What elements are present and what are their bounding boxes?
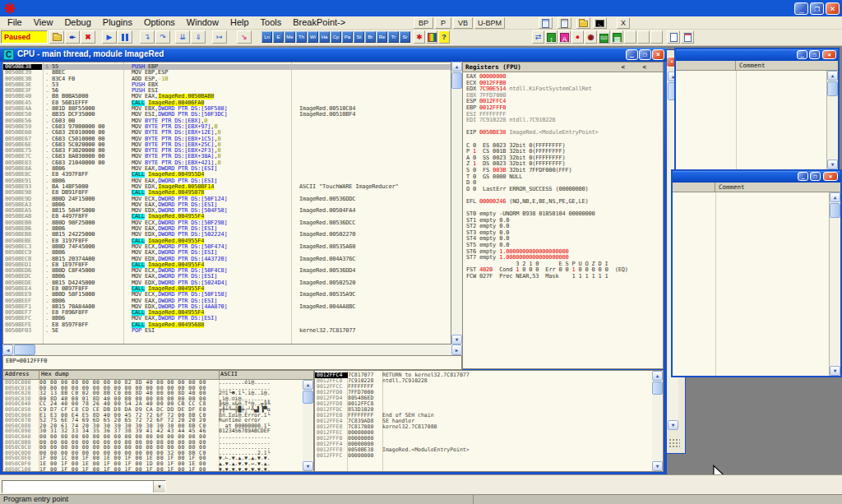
menu-item-debug[interactable]: Debug [58, 16, 96, 28]
blank-button-2[interactable] [637, 30, 650, 44]
toolbar-letter-button-cp[interactable]: Cp [331, 31, 341, 43]
binary-button[interactable]: 010 [598, 30, 610, 44]
disasm-row[interactable]: 0050BE4A.8B1D 88F55000MOV EBX,DWORD PTR … [3, 106, 451, 112]
disasm-row[interactable]: 0050BED6.8B0D C8F45000MOV ECX,DWORD PTR … [3, 268, 451, 274]
close-button[interactable]: × [822, 50, 836, 59]
appearance-button[interactable] [426, 30, 437, 44]
registers-prev2-icon[interactable]: < [642, 63, 646, 71]
scroll-thumb[interactable] [830, 203, 840, 218]
comment-window-top-titlebar[interactable]: _ ❐ × [676, 49, 838, 61]
scroll-thumb[interactable] [652, 381, 663, 395]
maximize-button[interactable]: ❐ [809, 50, 820, 59]
open-folder-button[interactable] [576, 17, 590, 29]
register-line[interactable]: T 0 GS 0000 NULL [466, 174, 661, 181]
toolbar-letter-button-sr[interactable]: Sr [400, 31, 410, 43]
disasm-row[interactable]: 0050BE83.C683 21040000 00MOV BYTE PTR DS… [3, 160, 451, 166]
scrollbar[interactable]: ▲ ▼ [830, 192, 840, 376]
blank-button-1[interactable] [624, 30, 636, 44]
scroll-up-button[interactable]: ▲ [303, 380, 313, 390]
scroll-down-button[interactable]: ▼ [652, 461, 663, 471]
register-line[interactable]: FCW 027F Prec NEAR,53 Mask 1 1 1 1 1 1 [466, 274, 661, 280]
disasm-row[interactable]: 0050BEA5.8B15 584F5000MOV EDX,DWORD PTR … [3, 208, 451, 214]
cpu-minimize-button[interactable]: _ [626, 49, 638, 60]
minimize-button[interactable]: _ [798, 172, 808, 181]
cpu-maximize-button[interactable]: ❐ [639, 49, 651, 60]
scroll-down-button[interactable]: ▼ [827, 160, 838, 169]
scroll-down-button[interactable]: ▼ [303, 461, 313, 471]
scroll-left-button[interactable]: ◀ [2, 344, 13, 355]
register-line[interactable]: EDI 7C910228 ntdll.7C910228 [466, 118, 661, 124]
scroll-thumb[interactable] [14, 344, 35, 355]
toolbar-letter-button-pa[interactable]: Pa [342, 31, 353, 43]
column-comment[interactable]: Comment [739, 62, 766, 69]
disasm-row[interactable]: 0050BE59.C683 97000000 00MOV BYTE PTR DS… [3, 124, 451, 130]
console-button[interactable]: ›_ [593, 17, 607, 29]
step-over-button[interactable]: ↷ [155, 30, 170, 44]
blank-button-3[interactable] [650, 30, 663, 44]
disasm-row[interactable]: 0050BEB0.8B0D 98F25000MOV ECX,DWORD PTR … [3, 220, 451, 226]
menu-button-vb[interactable]: VB [453, 17, 473, 29]
disasm-row[interactable]: 0050BEF7.E8 F896F8FFCALL ImageRed.004955… [3, 310, 451, 316]
disasm-vscrollbar[interactable]: ▲ ▼ [451, 62, 462, 344]
disasm-row[interactable]: 0050BEF1.8B15 70A84A00MOV EDX,DWORD PTR … [3, 304, 451, 310]
open-file-button[interactable] [49, 30, 64, 44]
help-button[interactable]: ? [438, 30, 450, 44]
toolbar-letter-button-wi[interactable]: Wi [308, 31, 318, 43]
toolbar-letter-button-st[interactable]: St [354, 31, 364, 43]
scroll-up-button[interactable]: ▲ [652, 371, 663, 381]
register-line[interactable]: EIP 0050BE38 ImageRed.<ModuleEntryPoint> [466, 130, 661, 136]
resize-grip[interactable] [669, 438, 680, 448]
disasm-row[interactable]: 0050BEE4.E8 0B97F8FFCALL ImageRed.004955… [3, 286, 451, 292]
disasm-row[interactable]: 0050BEEF.8B06MOV EAX,DWORD PTR DS:[ESI] [3, 298, 451, 304]
dump-col-address[interactable]: Address [5, 372, 30, 377]
dump-col-ascii[interactable]: ASCII [220, 372, 238, 377]
disasm-row[interactable]: 0050BE3E.53PUSH EBX [3, 82, 451, 88]
disasm-row[interactable]: 0050BE91.8B06MOV EAX,DWORD PTR DS:[ESI] [3, 178, 451, 184]
log-button[interactable] [681, 30, 694, 44]
scroll-right-button[interactable]: ▶ [451, 344, 462, 355]
disasm-row[interactable]: 0050BE98.E8 DB91F8FFCALL ImageRed.004950… [3, 190, 451, 196]
spiral-button[interactable]: ◉ [585, 30, 597, 44]
disasm-row[interactable]: 0050BEDC.8B06MOV EAX,DWORD PTR DS:[ESI] [3, 274, 451, 280]
disasm-row[interactable]: 0050BEFC.8B06MOV EAX,DWORD PTR DS:[ESI] [3, 316, 451, 321]
notes-icon-button[interactable] [539, 17, 553, 29]
comment-list-area[interactable] [676, 71, 827, 169]
close-button[interactable]: × [826, 2, 840, 15]
scroll-up-button[interactable]: ▲ [827, 71, 838, 81]
minimize-button[interactable]: _ [797, 50, 807, 59]
cpu-window-titlebar[interactable]: C CPU - main thread, module ImageRed _ ❐… [0, 48, 667, 62]
report-button[interactable] [667, 30, 680, 44]
disasm-row[interactable]: 0050BEC9.8B06MOV EAX,DWORD PTR DS:[ESI] [3, 250, 451, 256]
toolbar-letter-button-e[interactable]: E [273, 31, 284, 43]
dump-col-hex[interactable]: Hex dump [41, 372, 69, 377]
maximize-button[interactable]: ❐ [810, 2, 824, 15]
scroll-up-button[interactable]: ▲ [830, 192, 840, 202]
disasm-row[interactable]: 0050BE7C.C683 8A030000 00MOV BYTE PTR DS… [3, 154, 451, 160]
register-line[interactable]: EFL 00000246 (NO,NB,E,BE,NS,PE,GE,LE) [466, 199, 661, 206]
column-comment[interactable]: Comment [719, 183, 745, 191]
info-pane[interactable]: EBP=0012FFF0 [2, 355, 462, 370]
animate-over-button[interactable]: ⇓ [191, 30, 206, 44]
disasm-row[interactable]: 0050BED1.E8 1E97F8FFCALL ImageRed.004955… [3, 262, 451, 268]
disasm-row[interactable]: 0050BE45.E8 56B1EFFFCALL ImageRed.00406F… [3, 100, 451, 106]
disasm-row[interactable]: 0050BEA3.8B06MOV EAX,DWORD PTR DS:[ESI] [3, 202, 451, 208]
disasm-row[interactable]: 0050BE50.8B35 DCF35000MOV ESI,DWORD PTR … [3, 112, 451, 118]
command-input[interactable] [2, 481, 153, 492]
maximize-button[interactable]: ❐ [810, 172, 821, 181]
menu-item-plugins[interactable]: Plugins [97, 16, 138, 28]
disasm-row[interactable]: 0050BF03.5EPOP ESIkernel32.7C817077 [3, 328, 451, 334]
toolbar-letter-button-tr[interactable]: Tr [388, 31, 399, 43]
disasm-row[interactable]: 0050BE67.C683 C5010000 00MOV BYTE PTR DS… [3, 136, 451, 142]
options-button[interactable]: ✱ [414, 30, 425, 44]
actualize-button[interactable]: ⇄ [532, 30, 544, 44]
menu-button-p[interactable]: P [435, 17, 451, 29]
combobox-dropdown-button[interactable]: ▼ [153, 481, 165, 492]
disasm-row[interactable]: 0050BECB.8B15 20374A00MOV EDX,DWORD PTR … [3, 257, 451, 262]
disasm-row[interactable]: 0050BE93.BA 14BF5000MOV EDX,ImageRed.005… [3, 184, 451, 190]
go-to-address-button[interactable]: ↘ [237, 30, 252, 44]
toolbar-letter-button-br[interactable]: Br [365, 31, 376, 43]
comment-window-bottom-titlebar[interactable]: _ ❐ × [673, 171, 840, 183]
scrollbar[interactable]: ▲ ▼ [827, 71, 838, 169]
disasm-row[interactable]: 0050BE39.8BECMOV EBP,ESP [3, 70, 451, 76]
disasm-row[interactable]: 0050BE56.C603 00MOV BYTE PTR DS:[EBX],0 [3, 118, 451, 124]
